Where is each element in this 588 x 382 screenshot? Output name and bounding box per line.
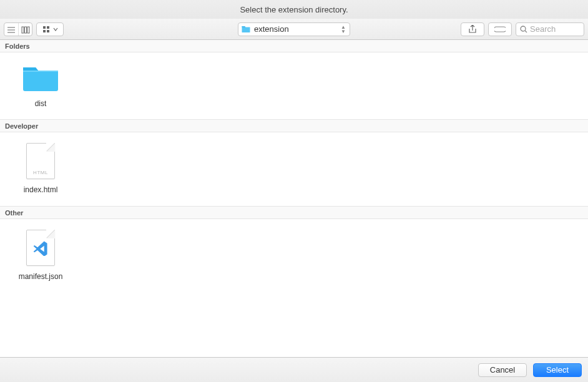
toolbar: extension ▲▼ (0, 19, 588, 40)
section-header-developer: Developer (0, 119, 588, 132)
section-body-folders: dist (0, 52, 588, 119)
window-title: Select the extension directory. (0, 0, 588, 19)
chevron-updown-icon: ▲▼ (341, 25, 346, 34)
svg-rect-2 (27, 27, 29, 33)
folder-popup-label: extension (254, 24, 341, 34)
cancel-button[interactable]: Cancel (478, 363, 527, 377)
svg-rect-4 (47, 26, 49, 29)
window-title-text: Select the extension directory. (240, 5, 348, 14)
tag-icon (494, 26, 506, 32)
cancel-button-label: Cancel (490, 365, 515, 375)
search-field[interactable] (516, 22, 584, 36)
section-body-other: manifest.json (0, 219, 588, 292)
toolbar-right (461, 22, 584, 36)
section-header-other: Other (0, 206, 588, 219)
folder-item[interactable]: dist (12, 62, 69, 108)
svg-rect-8 (23, 71, 58, 72)
search-input[interactable] (530, 24, 574, 34)
file-label: dist (35, 99, 47, 108)
folder-icon (21, 62, 61, 94)
file-item[interactable]: manifest.json (12, 228, 69, 281)
select-button[interactable]: Select (533, 363, 582, 377)
section-header-folders: Folders (0, 40, 588, 52)
share-icon (469, 25, 476, 34)
svg-rect-1 (24, 27, 26, 33)
svg-rect-3 (43, 26, 46, 29)
folder-popup[interactable]: extension ▲▼ (238, 22, 350, 36)
view-list-button[interactable] (4, 23, 18, 36)
tag-button[interactable] (488, 22, 512, 36)
share-button[interactable] (461, 22, 484, 36)
svg-rect-0 (22, 27, 24, 33)
svg-rect-5 (43, 30, 46, 32)
svg-rect-6 (47, 30, 49, 32)
view-columns-button[interactable] (18, 23, 32, 36)
group-by-button[interactable] (36, 22, 64, 36)
file-label: manifest.json (19, 272, 63, 281)
file-label: index.html (24, 185, 58, 194)
section-body-developer: HTML index.html (0, 132, 588, 205)
view-mode-group (4, 22, 32, 36)
html-file-icon: HTML (21, 142, 61, 180)
svg-point-7 (521, 26, 526, 31)
file-type-tag: HTML (27, 170, 54, 175)
folder-icon (241, 25, 251, 33)
file-browser: Folders dist Developer HTML index.html O… (0, 40, 588, 357)
search-icon (520, 26, 527, 33)
vscode-icon (32, 240, 49, 256)
footer: Cancel Select (0, 357, 588, 382)
select-button-label: Select (546, 365, 569, 375)
json-file-icon (21, 228, 61, 267)
file-item[interactable]: HTML index.html (12, 142, 69, 194)
